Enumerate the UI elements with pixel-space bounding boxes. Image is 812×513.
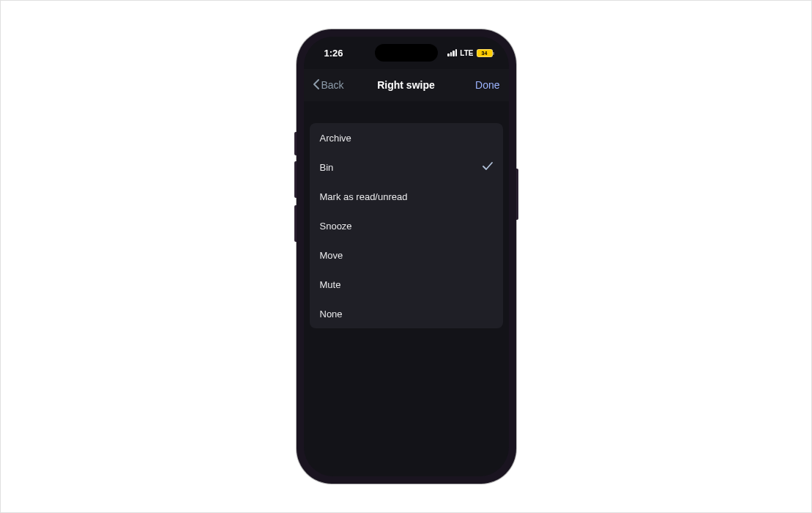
option-move[interactable]: Move xyxy=(310,240,503,270)
checkmark-icon xyxy=(483,162,493,173)
swipe-options-list: Archive Bin Mark as read/unread Snooze xyxy=(310,123,503,328)
battery-icon: 34 xyxy=(477,49,493,57)
option-none[interactable]: None xyxy=(310,299,503,328)
option-label: None xyxy=(320,309,343,320)
option-label: Archive xyxy=(320,133,351,144)
option-label: Move xyxy=(320,250,343,261)
option-mark-read-unread[interactable]: Mark as read/unread xyxy=(310,182,503,211)
chevron-left-icon xyxy=(313,78,320,92)
option-snooze[interactable]: Snooze xyxy=(310,211,503,240)
phone-frame: 1:26 LTE 34 xyxy=(297,29,516,484)
option-label: Bin xyxy=(320,162,334,173)
back-button[interactable]: Back xyxy=(313,78,344,92)
option-label: Snooze xyxy=(320,221,352,232)
status-time: 1:26 xyxy=(324,48,343,59)
screen: 1:26 LTE 34 xyxy=(304,37,509,476)
option-archive[interactable]: Archive xyxy=(310,123,503,152)
network-type: LTE xyxy=(460,49,473,57)
option-mute[interactable]: Mute xyxy=(310,270,503,299)
phone-volume-up xyxy=(294,161,297,198)
content-area: Archive Bin Mark as read/unread Snooze xyxy=(304,101,509,328)
phone-silent-switch xyxy=(294,132,297,155)
done-button[interactable]: Done xyxy=(475,79,499,91)
phone-power-button xyxy=(516,169,518,220)
signal-icon xyxy=(447,49,457,56)
battery-percent: 34 xyxy=(482,51,488,56)
option-label: Mark as read/unread xyxy=(320,191,408,202)
back-label: Back xyxy=(321,79,344,91)
option-bin[interactable]: Bin xyxy=(310,152,503,182)
phone-volume-down xyxy=(294,205,297,242)
option-label: Mute xyxy=(320,279,341,290)
dynamic-island xyxy=(375,44,438,62)
page-title: Right swipe xyxy=(377,79,435,91)
navigation-bar: Back Right swipe Done xyxy=(304,69,509,101)
